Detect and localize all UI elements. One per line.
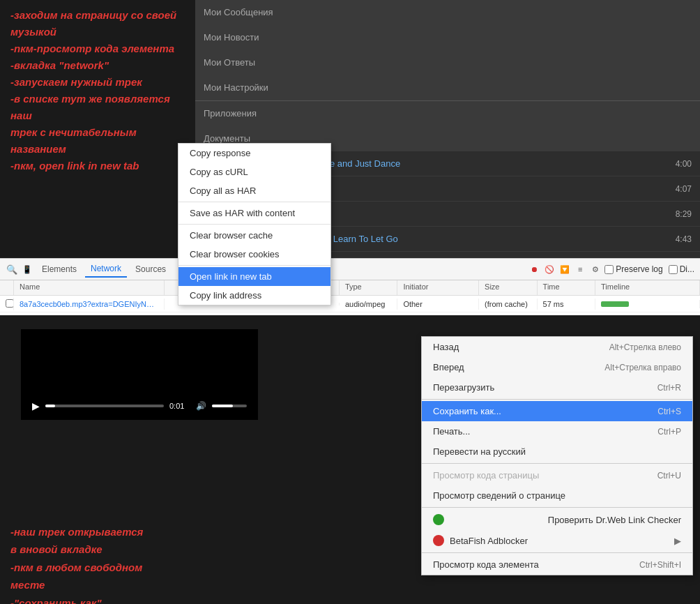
header-time: Time xyxy=(538,280,595,295)
header-name: Name xyxy=(14,280,165,295)
player-controls: ▶ 0:01 🔊 xyxy=(28,398,251,414)
filter-button[interactable]: 🔽 xyxy=(558,263,571,275)
record-button[interactable]: ⏺ xyxy=(528,263,540,275)
browser-menu-reload[interactable]: Перезагрузить Ctrl+R xyxy=(422,377,692,398)
disable-cache-text: Di... xyxy=(680,264,694,274)
separator xyxy=(422,507,692,508)
left-annotation: -заходим на страницу со своей музыкой-пк… xyxy=(0,0,195,258)
list-item[interactable]: Мои Ответы xyxy=(195,50,700,75)
context-menu-clear-cache[interactable]: Clear browser cache xyxy=(178,226,330,245)
progress-bar[interactable] xyxy=(45,405,164,407)
bottom-left: ▶ 0:01 🔊 -наш трек открываетсяв вновой в… xyxy=(0,315,272,604)
header-checkbox xyxy=(0,280,14,295)
search-icon[interactable]: 🔍 xyxy=(6,263,18,275)
context-menu-copy-har[interactable]: Copy all as HAR xyxy=(178,181,330,200)
tab-elements[interactable]: Elements xyxy=(36,262,82,277)
progress-fill xyxy=(45,405,55,407)
network-headers: Name Type Initiator Size Time Timeline xyxy=(0,280,700,296)
browser-menu-back[interactable]: Назад Alt+Стрелка влево xyxy=(422,337,692,357)
volume-icon[interactable]: 🔊 xyxy=(196,401,206,411)
clear-button[interactable]: 🚫 xyxy=(543,263,556,275)
preserve-log-label[interactable]: Preserve log xyxy=(604,264,662,274)
browser-menu-page-info[interactable]: Просмотр сведений о странице xyxy=(422,485,692,506)
list-item[interactable]: Мои Новости xyxy=(195,25,700,50)
disable-cache-label[interactable]: Di... xyxy=(669,264,694,274)
browser-menu-betafish[interactable]: BetaFish Adblocker ▶ xyxy=(422,530,692,551)
context-menu-copy-link[interactable]: Copy link address xyxy=(178,286,330,305)
tab-network[interactable]: Network xyxy=(85,261,127,278)
browser-menu-inspect[interactable]: Просмотр кода элемента Ctrl+Shift+I xyxy=(422,554,692,575)
list-item[interactable]: Приложения xyxy=(195,101,700,126)
context-menu-save-har[interactable]: Save as HAR with content xyxy=(178,204,330,222)
row-type: audio/mpeg xyxy=(340,299,397,310)
network-table: Name Type Initiator Size Time Timeline 8… xyxy=(0,280,700,315)
mobile-icon[interactable]: 📱 xyxy=(21,263,33,275)
list-item[interactable]: Мои Сообщения xyxy=(195,0,700,25)
volume-bar[interactable] xyxy=(212,405,247,407)
devtools-context-menu: Copy response Copy as cURL Copy all as H… xyxy=(178,143,331,305)
preserve-log-text: Preserve log xyxy=(616,264,662,274)
context-menu-open-tab[interactable]: Open link in new tab xyxy=(178,267,330,286)
list-item[interactable]: Мои Настройки xyxy=(195,75,700,100)
context-menu-copy-curl[interactable]: Copy as cURL xyxy=(178,163,330,181)
header-timeline: Timeline xyxy=(595,280,700,295)
drweb-icon xyxy=(433,514,444,525)
row-timeline xyxy=(595,300,700,308)
row-name: 8a7a3cecb0eb.mp3?extra=DGENIyNB-lkfDs0Ss… xyxy=(14,299,165,310)
browser-menu-save[interactable]: Сохранить как... Ctrl+S xyxy=(422,401,692,421)
separator xyxy=(422,399,692,400)
header-size: Size xyxy=(479,280,537,295)
browser-menu-forward[interactable]: Вперед Alt+Стрелка вправо xyxy=(422,357,692,377)
row-time: 57 ms xyxy=(538,299,595,310)
browser-context-menu: Назад Alt+Стрелка влево Вперед Alt+Стрел… xyxy=(421,336,693,575)
separator xyxy=(422,463,692,464)
grid-button[interactable]: ≡ xyxy=(574,263,586,275)
network-row[interactable]: 8a7a3cecb0eb.mp3?extra=DGENIyNB-lkfDs0Ss… xyxy=(0,296,700,312)
preserve-log-checkbox[interactable] xyxy=(604,265,614,274)
row-checkbox[interactable] xyxy=(0,298,14,310)
time-display: 0:01 xyxy=(169,402,190,410)
devtools-bar: 🔍 📱 Elements Network Sources Timeline ··… xyxy=(0,258,700,280)
settings-button[interactable]: ⚙ xyxy=(589,263,602,275)
browser-menu-print[interactable]: Печать... Ctrl+P xyxy=(422,421,692,441)
browser-menu-drweb[interactable]: Проверить Dr.Web Link Checker xyxy=(422,509,692,530)
top-section: -заходим на страницу со своей музыкой-пк… xyxy=(0,0,700,258)
separator xyxy=(422,552,692,553)
bottom-section: ▶ 0:01 🔊 -наш трек открываетсяв вновой в… xyxy=(0,315,700,604)
browser-menu-translate[interactable]: Перевести на русский xyxy=(422,441,692,462)
header-initiator: Initiator xyxy=(397,280,479,295)
row-size: (from cache) xyxy=(479,299,537,310)
context-menu-clear-cookies[interactable]: Clear browser cookies xyxy=(178,245,330,264)
devtools-toolbar: ⏺ 🚫 🔽 ≡ ⚙ Preserve log Di... xyxy=(528,263,694,275)
header-type: Type xyxy=(340,280,397,295)
top-annotation-text: -заходим на страницу со своей музыкой-пк… xyxy=(10,7,185,174)
tab-sources[interactable]: Sources xyxy=(130,262,172,277)
video-player: ▶ 0:01 🔊 xyxy=(21,329,258,420)
play-button[interactable]: ▶ xyxy=(32,400,40,412)
disable-cache-checkbox[interactable] xyxy=(669,265,678,274)
betafish-icon xyxy=(433,535,444,546)
browser-menu-view-source: Просмотр кода страницы Ctrl+U xyxy=(422,465,692,485)
context-menu-copy-response[interactable]: Copy response xyxy=(178,144,330,163)
bottom-annotation-text: -наш трек открываетсяв вновой вкладке-пк… xyxy=(10,523,261,605)
submenu-arrow-icon: ▶ xyxy=(674,536,681,546)
volume-fill xyxy=(212,405,233,407)
row-initiator: Other xyxy=(397,299,479,310)
